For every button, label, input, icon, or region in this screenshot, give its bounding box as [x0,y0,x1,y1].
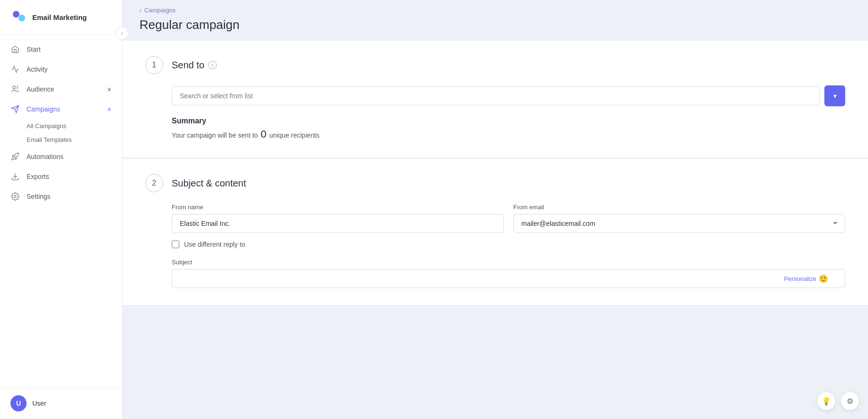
sidebar-item-automations-label: Automations [27,153,64,160]
home-icon [10,45,20,54]
page-title: Regular campaign [139,18,851,32]
from-name-group: From name [172,204,504,233]
from-fields-grid: From name From email mailer@elasticemail… [172,204,845,233]
bottom-toolbar: 💡 ⚙ [817,391,859,410]
from-email-select[interactable]: mailer@elasticemail.com [513,214,845,233]
sidebar-item-start[interactable]: Start [0,39,122,59]
sidebar-item-settings-label: Settings [27,193,51,200]
svg-point-1 [18,15,25,21]
send-icon [10,104,20,114]
sidebar-item-exports[interactable]: Exports [0,167,122,186]
sidebar-item-campaigns-label: Campaigns [27,105,60,113]
send-to-section: 1 Send to i ▾ Summary Your campaign will… [122,41,868,158]
sidebar-item-email-templates[interactable]: Email Templates [27,133,122,147]
sidebar-item-start-label: Start [27,46,41,53]
sidebar-item-campaigns[interactable]: Campaigns ∧ [0,99,122,119]
subject-input-wrap: Personalize 🙂 [172,269,845,288]
gear-button[interactable]: ⚙ [840,391,859,410]
subject-label: Subject [172,259,845,266]
summary-block: Summary Your campaign will be sent to 0 … [172,117,845,140]
subject-input[interactable] [172,269,845,288]
sidebar-item-activity-label: Activity [27,65,47,73]
svg-point-6 [14,196,17,198]
search-dropdown-button[interactable]: ▾ [824,85,845,106]
sidebar-item-activity[interactable]: Activity [0,59,122,79]
rocket-icon [10,152,20,161]
emoji-icon: 🙂 [819,274,828,283]
campaigns-sub-nav: All Campaigns Email Templates [0,119,122,147]
main-content: ‹ Campaigns Regular campaign 1 Send to i… [122,0,868,419]
svg-point-2 [13,86,16,89]
bulb-icon: 💡 [822,397,831,406]
personalize-button[interactable]: Personalize 🙂 [784,274,828,283]
svg-point-0 [13,11,19,18]
user-name: User [32,400,46,407]
section1-title: Send to i [172,60,217,71]
send-to-info-icon[interactable]: i [208,61,217,69]
reply-to-label[interactable]: Use different reply to [184,241,245,248]
people-icon [10,84,20,94]
logo-icon [10,9,28,26]
page-header: ‹ Campaigns Regular campaign [122,0,868,41]
subject-group: Subject Personalize 🙂 [172,259,845,288]
sidebar-item-automations[interactable]: Automations [0,147,122,167]
search-input[interactable] [172,86,820,105]
send-to-search-row: ▾ [172,85,845,106]
sidebar-nav: Start Activity Audience ∨ Campaigns ∧ [0,35,122,387]
avatar[interactable]: U [10,395,27,411]
settings-icon [10,192,20,201]
step2-circle: 2 [145,174,163,192]
sidebar-logo: Email Marketing [0,0,122,35]
breadcrumb[interactable]: ‹ Campaigns [139,7,851,14]
from-name-label: From name [172,204,504,211]
campaigns-chevron: ∧ [107,106,111,112]
subject-content-section: 2 Subject & content From name From email… [122,159,868,306]
download-icon [10,172,20,181]
summary-text-after: unique recipients [269,131,320,139]
summary-text: Your campaign will be sent to 0 unique r… [172,128,845,140]
chevron-down-icon: ▾ [833,92,837,100]
audience-chevron: ∨ [107,86,111,93]
breadcrumb-label: Campaigns [144,7,175,14]
gear-icon: ⚙ [847,397,853,406]
sidebar-item-settings[interactable]: Settings [0,186,122,206]
section2-header: 2 Subject & content [145,174,845,192]
breadcrumb-chevron: ‹ [139,7,141,14]
sidebar-item-audience[interactable]: Audience ∨ [0,79,122,99]
section2-title: Subject & content [172,178,246,189]
chart-icon [10,65,20,74]
sidebar-item-all-campaigns[interactable]: All Campaigns [27,119,122,133]
sidebar-item-audience-label: Audience [27,85,54,93]
reply-to-checkbox-row: Use different reply to [172,241,845,248]
summary-title: Summary [172,117,845,125]
bulb-button[interactable]: 💡 [817,391,836,410]
summary-text-before: Your campaign will be sent to [172,131,258,139]
recipient-count: 0 [260,128,266,140]
section1-header: 1 Send to i [145,56,845,74]
app-title: Email Marketing [32,13,87,21]
from-email-group: From email mailer@elasticemail.com [513,204,845,233]
step1-circle: 1 [145,56,163,74]
sidebar-item-exports-label: Exports [27,173,49,180]
sidebar-collapse-button[interactable]: ‹ [115,27,129,40]
personalize-label: Personalize [784,275,816,282]
from-name-input[interactable] [172,214,504,233]
sidebar-footer: U User [0,387,122,419]
sidebar: Email Marketing ‹ Start Activity Audienc… [0,0,122,419]
from-email-label: From email [513,204,845,211]
use-different-reply-checkbox[interactable] [172,241,179,248]
page-body: 1 Send to i ▾ Summary Your campaign will… [122,41,868,419]
